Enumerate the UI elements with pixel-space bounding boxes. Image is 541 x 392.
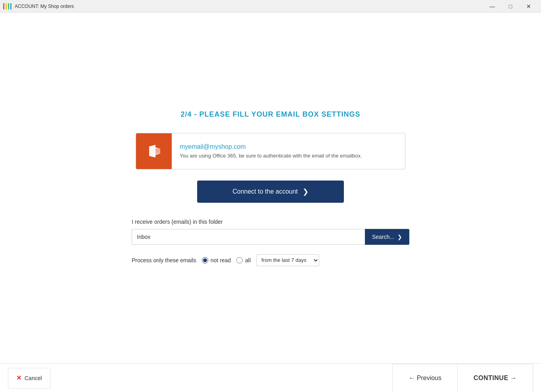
main-window: 2/4 - PLEASE FILL YOUR EMAIL BOX SETTING… — [0, 13, 541, 392]
maximize-button[interactable]: □ — [501, 0, 520, 13]
radio-not-read-input[interactable] — [202, 257, 208, 263]
radio-all[interactable]: all — [236, 257, 251, 263]
window-controls: — □ ✕ — [483, 0, 538, 13]
footer: ✕ Cancel ← Previous CONTINUE → — [0, 363, 541, 392]
cancel-button[interactable]: ✕ Cancel — [8, 368, 50, 388]
content-area: 2/4 - PLEASE FILL YOUR EMAIL BOX SETTING… — [0, 13, 541, 363]
radio-all-input[interactable] — [236, 257, 243, 263]
folder-input[interactable] — [132, 229, 365, 245]
footer-right: ← Previous CONTINUE → — [392, 364, 533, 392]
previous-label: ← Previous — [409, 375, 441, 382]
search-chevron-icon: ❯ — [397, 234, 402, 240]
days-select[interactable]: from the last 7 days from the last 14 da… — [256, 254, 319, 266]
step-title: 2/4 - PLEASE FILL YOUR EMAIL BOX SETTING… — [180, 110, 360, 119]
radio-not-read[interactable]: not read — [202, 257, 231, 263]
search-button-label: Search... — [372, 234, 394, 240]
connect-chevron-icon: ❯ — [303, 187, 309, 196]
connect-button-label: Connect to the account — [232, 188, 298, 195]
email-description: You are using Office 365, be sure to aut… — [180, 153, 362, 159]
folder-input-row: Search... ❯ — [132, 229, 409, 245]
continue-button[interactable]: CONTINUE → — [457, 364, 533, 392]
connect-button[interactable]: Connect to the account ❯ — [197, 181, 344, 203]
filter-label: Process only these emails — [132, 257, 196, 263]
radio-not-read-label[interactable]: not read — [211, 257, 231, 263]
cancel-x-icon: ✕ — [16, 374, 21, 382]
search-button[interactable]: Search... ❯ — [365, 229, 409, 245]
office-logo-svg — [144, 141, 164, 161]
continue-label: CONTINUE → — [474, 375, 517, 382]
close-button[interactable]: ✕ — [520, 0, 538, 13]
window-title: ACCOUNT: My Shop orders — [15, 4, 483, 9]
email-card-info: myemail@myshop.com You are using Office … — [172, 137, 370, 165]
titlebar: ACCOUNT: My Shop orders — □ ✕ — [0, 0, 541, 13]
svg-rect-1 — [155, 149, 160, 154]
app-icon — [3, 3, 12, 10]
minimize-button[interactable]: — — [483, 0, 501, 13]
folder-section: I receive orders (emails) in this folder… — [132, 219, 409, 266]
cancel-label: Cancel — [25, 375, 42, 381]
office365-icon — [136, 133, 172, 169]
email-address: myemail@myshop.com — [180, 143, 362, 150]
filter-row: Process only these emails not read all f… — [132, 254, 409, 266]
radio-all-label[interactable]: all — [245, 257, 251, 263]
email-card: myemail@myshop.com You are using Office … — [136, 133, 405, 169]
previous-button[interactable]: ← Previous — [392, 364, 457, 392]
folder-label: I receive orders (emails) in this folder — [132, 219, 409, 225]
